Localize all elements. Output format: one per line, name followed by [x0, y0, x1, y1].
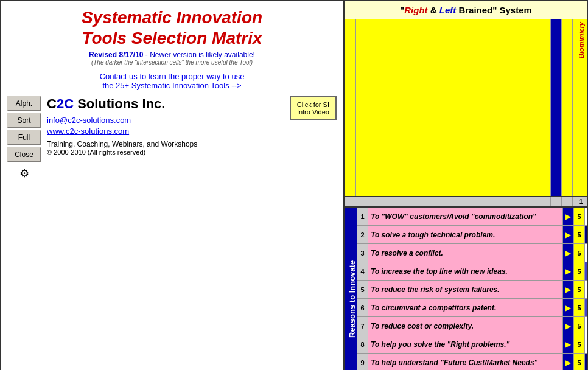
arrow-icon[interactable]: ▶: [563, 354, 574, 370]
row-label[interactable]: To reduce the risk of system failures.: [368, 281, 563, 298]
rating-cell: 5: [574, 354, 585, 370]
row-number: 9: [357, 354, 368, 370]
matrix-header: "Right & Left Brained" System: [345, 1, 587, 19]
table-row: 3To resolve a conflict.▶5: [357, 244, 588, 262]
contact-line2: the 25+ Systematic Innovation Tools -->: [7, 81, 337, 90]
revised-line: Revised 8/17/10 - Newer version is likel…: [7, 51, 337, 59]
row-number: 7: [357, 317, 368, 335]
row-number: 2: [357, 226, 368, 243]
left-content: Alph. Sort Full Close ⚙ C2C Solutions In…: [7, 96, 337, 180]
row-number: 1: [357, 208, 368, 225]
row-number: 5: [357, 281, 368, 298]
darker-note: (The darker the "intersection cells" the…: [7, 59, 337, 66]
left-panel: Systematic Innovation Tools Selection Ma…: [0, 0, 344, 370]
matrix-cell[interactable]: [585, 262, 588, 280]
row-label[interactable]: To reduce cost or complexity.: [368, 317, 563, 335]
rating-cell: 5: [574, 299, 585, 316]
arrow-icon[interactable]: ▶: [563, 226, 574, 243]
matrix-cell[interactable]: [585, 335, 588, 353]
rating-cell: 5: [574, 244, 585, 262]
num-cell-1: 1: [573, 197, 588, 206]
main-title: Systematic Innovation Tools Selection Ma…: [7, 7, 337, 48]
table-row: 8To help you solve the "Right problems."…: [357, 335, 588, 354]
rating-cell: 5: [574, 281, 585, 298]
rating-cell: 5: [574, 208, 585, 225]
col-header-1: Biomimicry: [573, 19, 588, 196]
company-area: C2C Solutions Inc. info@c2c-solutions.co…: [47, 96, 284, 156]
row-label[interactable]: To solve a tough technical problem.: [368, 226, 563, 243]
contact-area: Contact us to learn the proper way to us…: [7, 72, 337, 90]
title-line2: Tools Selection Matrix: [82, 29, 262, 47]
title-line1: Systematic Innovation: [82, 8, 262, 27]
main-container: Systematic Innovation Tools Selection Ma…: [0, 0, 588, 370]
matrix-cell[interactable]: [585, 244, 588, 262]
full-button[interactable]: Full: [7, 130, 41, 145]
table-row: 4To increase the top line with new ideas…: [357, 262, 588, 281]
row-number: 4: [357, 262, 368, 280]
col-spacer-top: [345, 19, 356, 196]
rows-container: 1To "WOW" customers/Avoid "commoditizati…: [357, 208, 588, 370]
table-row: 7To reduce cost or complexity.▶5: [357, 317, 588, 335]
c2c-highlight: 2C: [57, 96, 74, 111]
side-label: Reasons to Innovate: [345, 208, 357, 370]
matrix-cell[interactable]: [585, 354, 588, 370]
arrow-icon[interactable]: ▶: [563, 281, 574, 298]
arrow-icon[interactable]: ▶: [563, 262, 574, 280]
data-section: Reasons to Innovate 1To "WOW" customers/…: [345, 208, 587, 370]
matrix-cell[interactable]: [585, 208, 588, 225]
video-button[interactable]: Click for SIIntro Video: [290, 96, 337, 120]
arrow-spacer: [551, 19, 562, 196]
row-label[interactable]: To increase the top line with new ideas.: [368, 262, 563, 280]
row-label[interactable]: To help you solve the "Right problems.": [368, 335, 563, 353]
arrow-icon[interactable]: ▶: [563, 299, 574, 316]
sort-button[interactable]: Sort: [7, 113, 41, 128]
col-headers-row: Biomimicry BrainStorm/Writing 6-3-5 Can'…: [345, 19, 587, 197]
matrix-cell[interactable]: [585, 226, 588, 243]
revised-note: - Newer version is likely available!: [144, 51, 255, 59]
row-label[interactable]: To "WOW" customers/Avoid "commoditizatio…: [368, 208, 563, 225]
arrow-icon[interactable]: ▶: [563, 317, 574, 335]
arrow-icon[interactable]: ▶: [563, 244, 574, 262]
rating-cell: 5: [574, 335, 585, 353]
row-number: 6: [357, 299, 368, 316]
table-row: 5To reduce the risk of system failures.▶…: [357, 281, 588, 299]
rating-cell: 5: [574, 317, 585, 335]
header-right: Right: [404, 5, 427, 15]
company-name: C2C Solutions Inc.: [47, 96, 284, 112]
row-number: 8: [357, 335, 368, 353]
company-email[interactable]: info@c2c-solutions.com: [47, 116, 131, 125]
num-arrow-spacer: [551, 197, 562, 206]
arrow-icon[interactable]: ▶: [563, 208, 574, 225]
buttons-col: Alph. Sort Full Close ⚙: [7, 96, 41, 180]
matrix-cell[interactable]: [585, 317, 588, 335]
contact-line1: Contact us to learn the proper way to us…: [7, 72, 337, 81]
alph-button[interactable]: Alph.: [7, 96, 41, 111]
rating-cell: 5: [574, 226, 585, 243]
num-row-spacer: [345, 197, 356, 206]
col-num-row: 1 2 3 4 5 6 7 8 9 10 11 12 13 14 15: [345, 197, 587, 208]
table-row: 9To help understand "Future Cust/Market …: [357, 354, 588, 370]
num-label-spacer: [356, 197, 551, 206]
table-row: 2To solve a tough technical problem.▶5: [357, 226, 588, 244]
settings-icon: ⚙: [7, 167, 41, 180]
row-number: 3: [357, 244, 368, 262]
company-training: Training, Coaching, Webinars, and Worksh…: [47, 140, 284, 148]
rating-cell: 5: [574, 262, 585, 280]
revised-date: Revised 8/17/10: [89, 51, 143, 59]
close-button[interactable]: Close: [7, 147, 41, 162]
matrix-cell[interactable]: [585, 299, 588, 316]
arrow-icon[interactable]: ▶: [563, 335, 574, 353]
num-rating-spacer: [562, 197, 573, 206]
row-label[interactable]: To resolve a conflict.: [368, 244, 563, 262]
title-area: Systematic Innovation Tools Selection Ma…: [7, 7, 337, 66]
header-left: Left: [439, 5, 457, 15]
header-end: Brained" System: [456, 5, 532, 15]
row-label[interactable]: To circumvent a competitors patent.: [368, 299, 563, 316]
table-row: 6To circumvent a competitors patent.▶5: [357, 299, 588, 317]
matrix-cell[interactable]: [585, 281, 588, 298]
table-row: 1To "WOW" customers/Avoid "commoditizati…: [357, 208, 588, 226]
right-panel: "Right & Left Brained" System Biomimicry…: [344, 0, 588, 370]
company-copyright: © 2000-2010 (All rights reserved): [47, 148, 284, 156]
row-label[interactable]: To help understand "Future Cust/Market N…: [368, 354, 563, 370]
company-url[interactable]: www.c2c-solutions.com: [47, 127, 129, 136]
